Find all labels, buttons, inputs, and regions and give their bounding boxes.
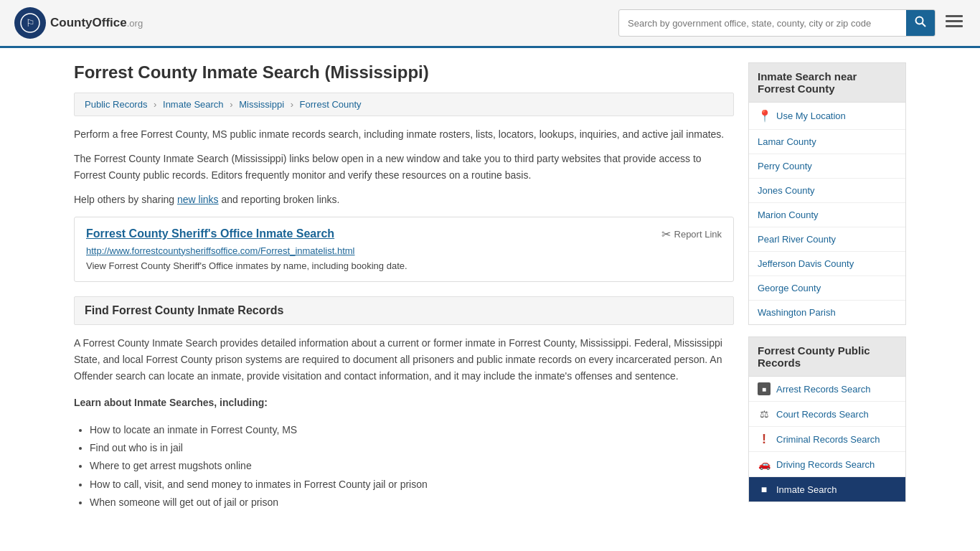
arrest-records-icon: ■ xyxy=(758,382,771,395)
svg-rect-4 xyxy=(946,15,963,17)
svg-line-3 xyxy=(923,24,926,27)
public-records-list: ■ Arrest Records Search ⚖ Court Records … xyxy=(748,377,906,502)
breadcrumb: Public Records › Inmate Search › Mississ… xyxy=(74,93,734,116)
george-county-link[interactable]: George County xyxy=(758,283,821,293)
description-1: Perform a free Forrest County, MS public… xyxy=(74,126,734,142)
driving-records-icon: 🚗 xyxy=(758,458,771,471)
pr-item-inmate[interactable]: ■ Inmate Search xyxy=(749,477,905,501)
nearby-list: 📍 Use My Location Lamar County Perry Cou… xyxy=(748,103,906,325)
criminal-records-icon: ! xyxy=(758,433,771,446)
bullet-list: How to locate an inmate in Forrest Count… xyxy=(90,421,734,512)
sep-3: › xyxy=(291,99,293,110)
court-records-icon: ⚖ xyxy=(758,408,771,420)
public-records-section-title: Forrest County Public Records xyxy=(748,336,906,377)
sidebar-item-jefferson-davis[interactable]: Jefferson Davis County xyxy=(749,252,905,276)
sidebar: Inmate Search near Forrest County 📍 Use … xyxy=(748,62,906,514)
link-card-header: Forrest County Sheriff's Office Inmate S… xyxy=(86,227,722,241)
sep-1: › xyxy=(154,99,156,110)
report-link[interactable]: ✂ Report Link xyxy=(661,227,722,241)
breadcrumb-forrest-county[interactable]: Forrest County xyxy=(300,99,362,110)
inmate-search-link[interactable]: Inmate Search xyxy=(776,484,837,495)
marion-county-link[interactable]: Marion County xyxy=(758,209,819,220)
link-url[interactable]: http://www.forrestcountysheriffsoffice.c… xyxy=(86,245,722,256)
logo-text: CountyOffice.org xyxy=(50,16,143,30)
main-container: Forrest County Inmate Search (Mississipp… xyxy=(60,48,920,528)
jones-county-link[interactable]: Jones County xyxy=(758,185,815,196)
learn-title: Learn about Inmate Searches, including: xyxy=(74,395,734,411)
description-3: Help others by sharing new links and rep… xyxy=(74,192,734,207)
report-label: Report Link xyxy=(674,229,722,240)
find-section-header: Find Forrest County Inmate Records xyxy=(74,296,734,325)
menu-button[interactable] xyxy=(943,9,966,37)
find-section-body: A Forrest County Inmate Search provides … xyxy=(74,335,734,385)
washington-parish-link[interactable]: Washington Parish xyxy=(758,307,836,318)
sidebar-item-washington[interactable]: Washington Parish xyxy=(749,301,905,324)
pr-item-court[interactable]: ⚖ Court Records Search xyxy=(749,402,905,427)
list-item: How to locate an inmate in Forrest Count… xyxy=(90,421,734,439)
search-bar xyxy=(618,9,936,37)
sep-2: › xyxy=(230,99,232,110)
description-2: The Forrest County Inmate Search (Missis… xyxy=(74,151,734,183)
page-title: Forrest County Inmate Search (Mississipp… xyxy=(74,62,734,83)
perry-county-link[interactable]: Perry County xyxy=(758,161,812,171)
sidebar-item-pearl-river[interactable]: Pearl River County xyxy=(749,227,905,252)
list-item: Where to get arrest mugshots online xyxy=(90,457,734,475)
criminal-records-link[interactable]: Criminal Records Search xyxy=(776,434,880,445)
link-card-title[interactable]: Forrest County Sheriff's Office Inmate S… xyxy=(86,227,334,240)
svg-rect-5 xyxy=(946,20,963,22)
inmate-search-icon: ■ xyxy=(758,483,771,496)
nearby-section-title: Inmate Search near Forrest County xyxy=(748,62,906,103)
search-input[interactable] xyxy=(619,12,906,34)
pr-item-arrest[interactable]: ■ Arrest Records Search xyxy=(749,377,905,402)
report-icon: ✂ xyxy=(661,227,671,241)
logo-area: ⚐ CountyOffice.org xyxy=(14,7,143,39)
new-links-link[interactable]: new links xyxy=(177,194,219,205)
use-my-location-item[interactable]: 📍 Use My Location xyxy=(749,103,905,130)
sidebar-item-jones[interactable]: Jones County xyxy=(749,179,905,203)
svg-point-2 xyxy=(916,17,923,24)
header-right xyxy=(618,9,966,37)
search-button[interactable] xyxy=(906,10,935,36)
sidebar-item-perry[interactable]: Perry County xyxy=(749,154,905,179)
location-pin-icon: 📍 xyxy=(758,109,772,123)
find-section-title: Find Forrest County Inmate Records xyxy=(85,304,723,317)
site-header: ⚐ CountyOffice.org xyxy=(0,0,980,48)
pr-item-driving[interactable]: 🚗 Driving Records Search xyxy=(749,452,905,477)
pearl-river-county-link[interactable]: Pearl River County xyxy=(758,234,836,245)
content-area: Forrest County Inmate Search (Mississipp… xyxy=(74,62,734,514)
breadcrumb-public-records[interactable]: Public Records xyxy=(85,99,147,110)
breadcrumb-inmate-search[interactable]: Inmate Search xyxy=(163,99,224,110)
sidebar-item-lamar[interactable]: Lamar County xyxy=(749,130,905,154)
svg-rect-6 xyxy=(946,25,963,27)
logo-icon: ⚐ xyxy=(14,7,46,39)
pr-item-criminal[interactable]: ! Criminal Records Search xyxy=(749,427,905,452)
breadcrumb-mississippi[interactable]: Mississippi xyxy=(239,99,284,110)
sidebar-item-marion[interactable]: Marion County xyxy=(749,203,905,227)
court-records-link[interactable]: Court Records Search xyxy=(776,409,869,420)
jefferson-davis-county-link[interactable]: Jefferson Davis County xyxy=(758,258,854,269)
list-item: Find out who is in jail xyxy=(90,439,734,457)
svg-text:⚐: ⚐ xyxy=(26,18,35,29)
arrest-records-link[interactable]: Arrest Records Search xyxy=(776,384,871,395)
list-item: When someone will get out of jail or pri… xyxy=(90,494,734,512)
link-description: View Forrest County Sheriff's Office inm… xyxy=(86,260,722,271)
use-my-location-link[interactable]: Use My Location xyxy=(776,110,846,121)
driving-records-link[interactable]: Driving Records Search xyxy=(776,459,875,470)
list-item: How to call, visit, and send money to in… xyxy=(90,476,734,494)
lamar-county-link[interactable]: Lamar County xyxy=(758,136,816,147)
link-card: Forrest County Sheriff's Office Inmate S… xyxy=(74,217,734,282)
sidebar-item-george[interactable]: George County xyxy=(749,276,905,301)
